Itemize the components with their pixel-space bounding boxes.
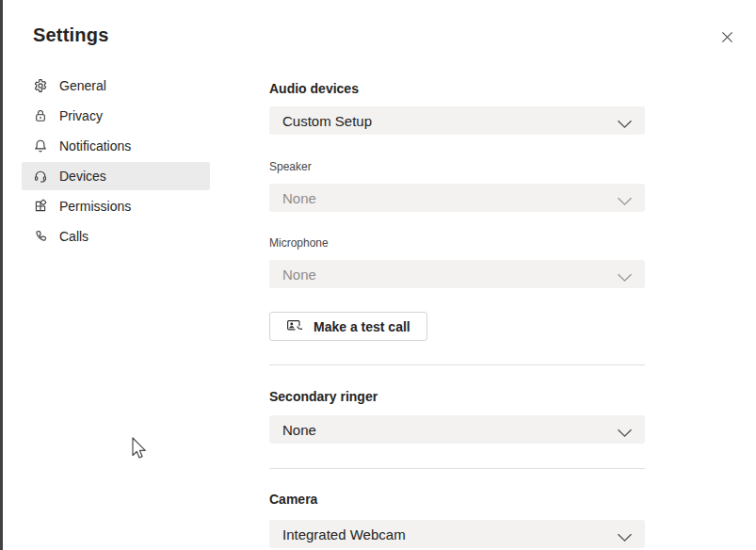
close-icon	[721, 31, 733, 43]
sidebar-item-notifications[interactable]: Notifications	[22, 132, 210, 160]
chevron-down-icon	[617, 425, 633, 434]
window-left-edge	[0, 0, 3, 550]
camera-dropdown[interactable]: Integrated Webcam	[269, 520, 645, 548]
lock-icon	[33, 108, 48, 123]
audio-devices-heading: Audio devices	[269, 81, 359, 96]
speaker-value: None	[282, 190, 316, 206]
microphone-label: Microphone	[269, 236, 329, 250]
make-test-call-label: Make a test call	[314, 319, 410, 334]
bell-icon	[33, 138, 48, 154]
camera-heading: Camera	[269, 492, 317, 507]
sidebar-item-devices[interactable]: Devices	[22, 162, 210, 190]
sidebar-item-general[interactable]: General	[22, 72, 210, 100]
sidebar-item-label: Devices	[59, 169, 106, 184]
sidebar-item-label: Notifications	[59, 138, 131, 154]
phone-icon	[33, 229, 48, 244]
secondary-ringer-value: None	[282, 422, 316, 438]
grid-diamond-icon	[33, 199, 48, 214]
speaker-label: Speaker	[269, 160, 312, 173]
secondary-ringer-dropdown[interactable]: None	[269, 415, 645, 444]
page-title: Settings	[33, 24, 109, 46]
headset-icon	[33, 169, 48, 184]
sidebar-item-label: Privacy	[59, 108, 103, 123]
make-test-call-button[interactable]: Make a test call	[269, 312, 427, 341]
chevron-down-icon	[617, 116, 633, 125]
section-divider	[269, 364, 645, 365]
audio-device-dropdown[interactable]: Custom Setup	[269, 106, 645, 135]
microphone-dropdown[interactable]: None	[269, 260, 645, 288]
sidebar-item-label: Permissions	[59, 199, 131, 214]
section-divider	[269, 468, 645, 469]
test-call-icon	[286, 319, 304, 333]
close-button[interactable]	[716, 25, 738, 48]
sidebar-item-calls[interactable]: Calls	[22, 222, 210, 251]
speaker-dropdown[interactable]: None	[269, 184, 645, 212]
sidebar-item-label: Calls	[59, 229, 88, 244]
secondary-ringer-heading: Secondary ringer	[269, 389, 378, 404]
chevron-down-icon	[617, 269, 633, 279]
sidebar-item-permissions[interactable]: Permissions	[22, 192, 210, 220]
chevron-down-icon	[617, 193, 633, 202]
chevron-down-icon	[617, 529, 633, 539]
sidebar-item-privacy[interactable]: Privacy	[22, 102, 210, 130]
devices-settings-panel: Audio devices Custom Setup Speaker None …	[269, 0, 645, 550]
microphone-value: None	[282, 267, 316, 283]
camera-value: Integrated Webcam	[282, 526, 406, 542]
audio-device-value: Custom Setup	[282, 113, 372, 129]
gear-icon	[33, 78, 48, 93]
settings-sidebar: General Privacy Notifications	[22, 72, 210, 252]
mouse-cursor-icon	[128, 436, 150, 465]
sidebar-item-label: General	[59, 78, 106, 93]
